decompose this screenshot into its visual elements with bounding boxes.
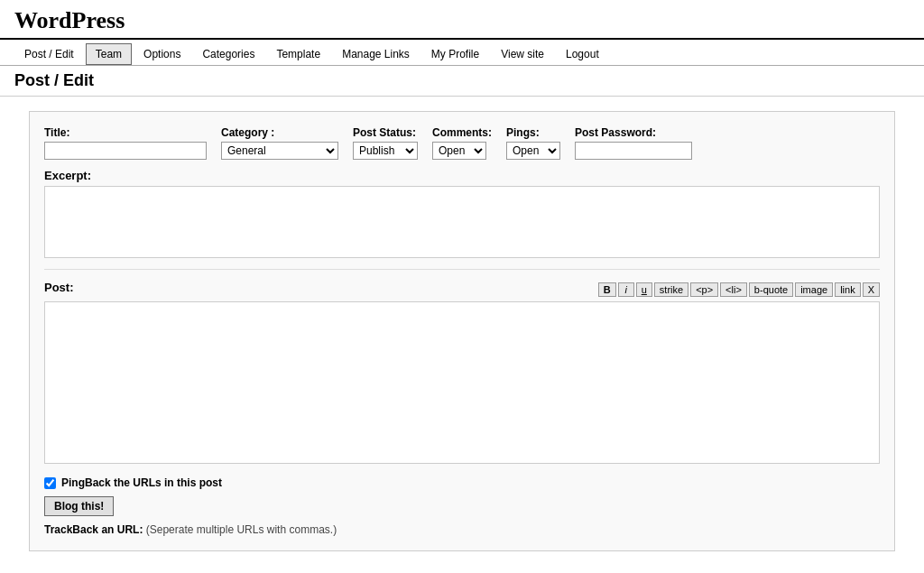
pings-label: Pings:: [506, 126, 560, 139]
excerpt-textarea[interactable]: [44, 186, 880, 258]
underline-button[interactable]: u: [636, 282, 652, 297]
excerpt-group: Excerpt:: [44, 169, 880, 258]
pingback-label: PingBack the URLs in this post: [61, 476, 222, 489]
pings-select[interactable]: OpenClosed: [506, 142, 560, 160]
image-button[interactable]: image: [795, 282, 833, 297]
title-label: Title:: [44, 126, 207, 139]
pings-group: Pings: OpenClosed: [506, 126, 560, 160]
page-title: Post / Edit: [14, 71, 94, 89]
italic-button[interactable]: i: [618, 282, 634, 297]
nav-item-view-site[interactable]: View site: [491, 43, 554, 65]
nav-item-logout[interactable]: Logout: [556, 43, 609, 65]
post-password-group: Post Password:: [575, 126, 692, 160]
trackback-row: TrackBack an URL: (Seperate multiple URL…: [44, 523, 880, 536]
category-select[interactable]: GeneralUncategorized: [221, 142, 338, 160]
excerpt-label: Excerpt:: [44, 169, 880, 182]
bquote-button[interactable]: b-quote: [749, 282, 793, 297]
category-group: Category : GeneralUncategorized: [221, 126, 338, 160]
post-textarea[interactable]: [44, 301, 880, 464]
divider: [44, 269, 880, 270]
nav-item-my-profile[interactable]: My Profile: [421, 43, 489, 65]
post-status-select[interactable]: PublishDraftPrivate: [353, 142, 418, 160]
form-area: Title: Category : GeneralUncategorized P…: [29, 111, 895, 551]
x-button[interactable]: X: [863, 282, 880, 297]
post-status-label: Post Status:: [353, 126, 418, 139]
nav-item-manage-links[interactable]: Manage Links: [332, 43, 420, 65]
post-password-input[interactable]: [575, 142, 692, 160]
nav-item-post-edit[interactable]: Post / Edit: [14, 43, 84, 65]
title-group: Title:: [44, 126, 207, 160]
trackback-note: (Seperate multiple URLs with commas.): [146, 523, 337, 536]
link-button[interactable]: link: [835, 282, 861, 297]
pingback-checkbox[interactable]: [44, 477, 56, 489]
bold-button[interactable]: B: [598, 282, 616, 297]
post-header: Post: B i u strike <p> <li> b-quote imag…: [44, 281, 880, 298]
title-input[interactable]: [44, 142, 207, 160]
blog-this-container: Blog this!: [44, 496, 880, 523]
post-status-group: Post Status: PublishDraftPrivate: [353, 126, 418, 160]
strike-button[interactable]: strike: [654, 282, 688, 297]
comments-label: Comments:: [432, 126, 492, 139]
pingback-row: PingBack the URLs in this post: [44, 476, 880, 489]
blog-this-button[interactable]: Blog this!: [44, 496, 114, 516]
nav-item-team[interactable]: Team: [86, 43, 132, 65]
nav-item-categories[interactable]: Categories: [192, 43, 264, 65]
toolbar: B i u strike <p> <li> b-quote image link…: [598, 282, 880, 297]
li-button[interactable]: <li>: [720, 282, 747, 297]
category-label: Category :: [221, 126, 338, 139]
nav-item-options[interactable]: Options: [134, 43, 190, 65]
nav-item-template[interactable]: Template: [266, 43, 330, 65]
comments-group: Comments: OpenClosed: [432, 126, 492, 160]
fields-row: Title: Category : GeneralUncategorized P…: [44, 126, 880, 160]
site-title: WordPress: [14, 7, 125, 33]
post-password-label: Post Password:: [575, 126, 692, 139]
trackback-label: TrackBack an URL:: [44, 523, 143, 536]
p-button[interactable]: <p>: [690, 282, 718, 297]
post-label: Post:: [44, 281, 74, 294]
comments-select[interactable]: OpenClosed: [432, 142, 486, 160]
